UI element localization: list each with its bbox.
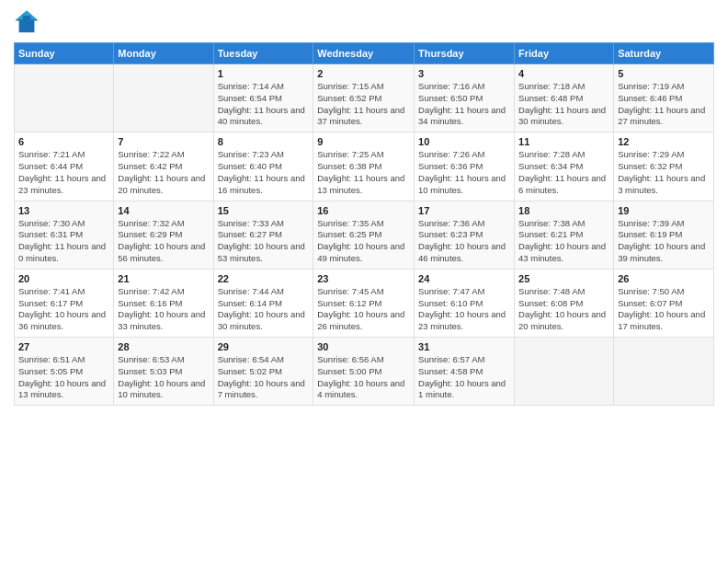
day-cell: 12Sunrise: 7:29 AM Sunset: 6:32 PM Dayli… bbox=[614, 132, 714, 201]
day-cell: 13Sunrise: 7:30 AM Sunset: 6:31 PM Dayli… bbox=[15, 201, 114, 269]
day-info: Sunrise: 7:32 AM Sunset: 6:29 PM Dayligh… bbox=[118, 218, 209, 265]
day-number: 14 bbox=[118, 205, 209, 216]
day-cell: 24Sunrise: 7:47 AM Sunset: 6:10 PM Dayli… bbox=[415, 269, 515, 337]
day-number: 10 bbox=[418, 136, 510, 147]
day-info: Sunrise: 7:15 AM Sunset: 6:52 PM Dayligh… bbox=[317, 81, 410, 128]
day-number: 20 bbox=[18, 273, 109, 284]
weekday-header-wednesday: Wednesday bbox=[313, 43, 415, 64]
day-info: Sunrise: 7:21 AM Sunset: 6:44 PM Dayligh… bbox=[18, 149, 109, 196]
day-number: 24 bbox=[418, 273, 510, 284]
day-cell: 21Sunrise: 7:42 AM Sunset: 6:16 PM Dayli… bbox=[114, 269, 213, 337]
weekday-header-monday: Monday bbox=[114, 43, 213, 64]
day-cell: 16Sunrise: 7:35 AM Sunset: 6:25 PM Dayli… bbox=[313, 201, 415, 269]
day-info: Sunrise: 7:28 AM Sunset: 6:34 PM Dayligh… bbox=[518, 149, 609, 196]
day-info: Sunrise: 7:29 AM Sunset: 6:32 PM Dayligh… bbox=[618, 149, 710, 196]
day-number: 9 bbox=[317, 136, 410, 147]
day-cell: 30Sunrise: 6:56 AM Sunset: 5:00 PM Dayli… bbox=[313, 338, 415, 406]
day-number: 19 bbox=[618, 205, 710, 216]
day-number: 15 bbox=[218, 205, 310, 216]
logo-icon bbox=[14, 9, 40, 35]
day-cell: 5Sunrise: 7:19 AM Sunset: 6:46 PM Daylig… bbox=[614, 64, 714, 132]
day-number: 28 bbox=[118, 341, 209, 352]
day-cell: 9Sunrise: 7:25 AM Sunset: 6:38 PM Daylig… bbox=[313, 132, 415, 201]
day-cell: 27Sunrise: 6:51 AM Sunset: 5:05 PM Dayli… bbox=[15, 338, 114, 406]
day-cell bbox=[515, 338, 614, 406]
day-info: Sunrise: 7:30 AM Sunset: 6:31 PM Dayligh… bbox=[18, 218, 109, 265]
weekday-header-sunday: Sunday bbox=[15, 43, 114, 64]
day-number: 31 bbox=[418, 341, 510, 352]
day-number: 23 bbox=[317, 273, 410, 284]
day-number: 27 bbox=[18, 341, 109, 352]
calendar: SundayMondayTuesdayWednesdayThursdayFrid… bbox=[14, 42, 714, 406]
day-number: 16 bbox=[317, 205, 410, 216]
day-number: 5 bbox=[618, 68, 710, 79]
day-info: Sunrise: 7:16 AM Sunset: 6:50 PM Dayligh… bbox=[418, 81, 510, 128]
weekday-header-friday: Friday bbox=[515, 43, 614, 64]
day-info: Sunrise: 7:35 AM Sunset: 6:25 PM Dayligh… bbox=[317, 218, 410, 265]
day-info: Sunrise: 7:14 AM Sunset: 6:54 PM Dayligh… bbox=[218, 81, 310, 128]
day-info: Sunrise: 7:36 AM Sunset: 6:23 PM Dayligh… bbox=[418, 218, 510, 265]
day-number: 30 bbox=[317, 341, 410, 352]
day-cell: 6Sunrise: 7:21 AM Sunset: 6:44 PM Daylig… bbox=[15, 132, 114, 201]
day-cell: 23Sunrise: 7:45 AM Sunset: 6:12 PM Dayli… bbox=[313, 269, 415, 337]
day-cell: 22Sunrise: 7:44 AM Sunset: 6:14 PM Dayli… bbox=[213, 269, 313, 337]
day-cell bbox=[15, 64, 114, 132]
day-cell: 11Sunrise: 7:28 AM Sunset: 6:34 PM Dayli… bbox=[515, 132, 614, 201]
day-info: Sunrise: 7:42 AM Sunset: 6:16 PM Dayligh… bbox=[118, 286, 209, 333]
day-number: 6 bbox=[18, 136, 109, 147]
day-cell: 10Sunrise: 7:26 AM Sunset: 6:36 PM Dayli… bbox=[415, 132, 515, 201]
day-cell: 4Sunrise: 7:18 AM Sunset: 6:48 PM Daylig… bbox=[515, 64, 614, 132]
day-cell: 15Sunrise: 7:33 AM Sunset: 6:27 PM Dayli… bbox=[213, 201, 313, 269]
day-info: Sunrise: 7:39 AM Sunset: 6:19 PM Dayligh… bbox=[618, 218, 710, 265]
day-number: 12 bbox=[618, 136, 710, 147]
day-number: 25 bbox=[518, 273, 609, 284]
day-number: 1 bbox=[218, 68, 310, 79]
day-cell bbox=[614, 338, 714, 406]
day-cell: 20Sunrise: 7:41 AM Sunset: 6:17 PM Dayli… bbox=[15, 269, 114, 337]
day-info: Sunrise: 7:22 AM Sunset: 6:42 PM Dayligh… bbox=[118, 149, 209, 196]
day-cell: 14Sunrise: 7:32 AM Sunset: 6:29 PM Dayli… bbox=[114, 201, 213, 269]
week-row-4: 20Sunrise: 7:41 AM Sunset: 6:17 PM Dayli… bbox=[15, 269, 714, 337]
day-cell: 7Sunrise: 7:22 AM Sunset: 6:42 PM Daylig… bbox=[114, 132, 213, 201]
day-info: Sunrise: 6:51 AM Sunset: 5:05 PM Dayligh… bbox=[18, 354, 109, 401]
day-cell: 3Sunrise: 7:16 AM Sunset: 6:50 PM Daylig… bbox=[415, 64, 515, 132]
day-number: 21 bbox=[118, 273, 209, 284]
day-info: Sunrise: 7:19 AM Sunset: 6:46 PM Dayligh… bbox=[618, 81, 710, 128]
day-info: Sunrise: 7:23 AM Sunset: 6:40 PM Dayligh… bbox=[218, 149, 310, 196]
weekday-header-tuesday: Tuesday bbox=[213, 43, 313, 64]
day-number: 3 bbox=[418, 68, 510, 79]
day-info: Sunrise: 7:45 AM Sunset: 6:12 PM Dayligh… bbox=[317, 286, 410, 333]
day-cell: 29Sunrise: 6:54 AM Sunset: 5:02 PM Dayli… bbox=[213, 338, 313, 406]
day-cell: 2Sunrise: 7:15 AM Sunset: 6:52 PM Daylig… bbox=[313, 64, 415, 132]
day-number: 11 bbox=[518, 136, 609, 147]
logo bbox=[14, 9, 43, 35]
day-info: Sunrise: 7:50 AM Sunset: 6:07 PM Dayligh… bbox=[618, 286, 710, 333]
day-info: Sunrise: 6:54 AM Sunset: 5:02 PM Dayligh… bbox=[218, 354, 310, 401]
day-number: 26 bbox=[618, 273, 710, 284]
week-row-3: 13Sunrise: 7:30 AM Sunset: 6:31 PM Dayli… bbox=[15, 201, 714, 269]
day-number: 22 bbox=[218, 273, 310, 284]
day-number: 18 bbox=[518, 205, 609, 216]
day-number: 2 bbox=[317, 68, 410, 79]
day-info: Sunrise: 7:25 AM Sunset: 6:38 PM Dayligh… bbox=[317, 149, 410, 196]
day-info: Sunrise: 7:41 AM Sunset: 6:17 PM Dayligh… bbox=[18, 286, 109, 333]
day-number: 29 bbox=[218, 341, 310, 352]
day-info: Sunrise: 6:56 AM Sunset: 5:00 PM Dayligh… bbox=[317, 354, 410, 401]
day-info: Sunrise: 7:47 AM Sunset: 6:10 PM Dayligh… bbox=[418, 286, 510, 333]
day-info: Sunrise: 7:38 AM Sunset: 6:21 PM Dayligh… bbox=[518, 218, 609, 265]
day-cell: 28Sunrise: 6:53 AM Sunset: 5:03 PM Dayli… bbox=[114, 338, 213, 406]
day-info: Sunrise: 6:57 AM Sunset: 4:58 PM Dayligh… bbox=[418, 354, 510, 401]
day-number: 4 bbox=[518, 68, 609, 79]
weekday-header-saturday: Saturday bbox=[614, 43, 714, 64]
day-info: Sunrise: 6:53 AM Sunset: 5:03 PM Dayligh… bbox=[118, 354, 209, 401]
day-info: Sunrise: 7:26 AM Sunset: 6:36 PM Dayligh… bbox=[418, 149, 510, 196]
day-cell: 8Sunrise: 7:23 AM Sunset: 6:40 PM Daylig… bbox=[213, 132, 313, 201]
day-number: 8 bbox=[218, 136, 310, 147]
day-cell: 17Sunrise: 7:36 AM Sunset: 6:23 PM Dayli… bbox=[415, 201, 515, 269]
header bbox=[14, 9, 714, 35]
day-number: 13 bbox=[18, 205, 109, 216]
day-cell: 26Sunrise: 7:50 AM Sunset: 6:07 PM Dayli… bbox=[614, 269, 714, 337]
day-number: 17 bbox=[418, 205, 510, 216]
day-cell: 1Sunrise: 7:14 AM Sunset: 6:54 PM Daylig… bbox=[213, 64, 313, 132]
day-info: Sunrise: 7:18 AM Sunset: 6:48 PM Dayligh… bbox=[518, 81, 609, 128]
